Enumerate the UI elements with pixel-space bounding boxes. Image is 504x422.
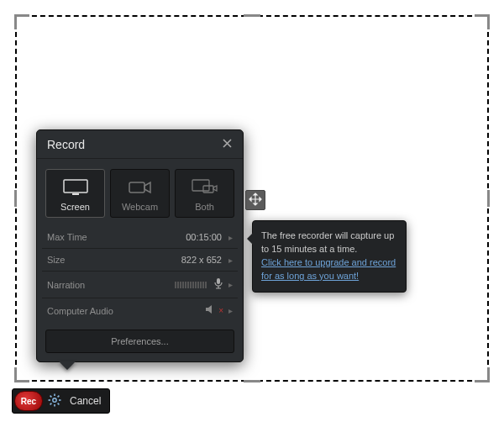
chevron-right-icon: ▸ xyxy=(228,306,233,315)
chevron-right-icon: ▸ xyxy=(228,280,233,289)
resize-handle-tl[interactable] xyxy=(14,14,29,29)
panel-pointer xyxy=(59,361,76,370)
preferences-button[interactable]: Preferences... xyxy=(45,330,234,353)
mode-both-label: Both xyxy=(195,202,214,212)
cancel-label: Cancel xyxy=(70,395,101,407)
compaudio-label: Computer Audio xyxy=(47,306,205,316)
upgrade-link[interactable]: Click here to upgrade and record for as … xyxy=(261,257,396,281)
svg-point-6 xyxy=(53,398,56,401)
resize-handle-tr[interactable] xyxy=(475,14,490,29)
resize-handle-right[interactable] xyxy=(487,190,490,207)
size-label: Size xyxy=(47,255,181,265)
row-maxtime[interactable]: Max Time 00:15:00 ▸ xyxy=(42,226,238,248)
svg-line-13 xyxy=(58,395,60,397)
preferences-label: Preferences... xyxy=(111,336,168,346)
resize-handle-top[interactable] xyxy=(244,14,260,17)
cancel-button[interactable]: Cancel xyxy=(66,393,104,409)
svg-line-14 xyxy=(50,403,52,404)
maxtime-tooltip: The free recorder will capture up to 15 … xyxy=(252,220,407,293)
row-size[interactable]: Size 822 x 652 ▸ xyxy=(42,248,238,271)
volume-meter xyxy=(175,282,207,288)
close-icon[interactable] xyxy=(222,137,233,151)
panel-title: Record xyxy=(47,138,85,151)
muted-indicator: × xyxy=(218,306,223,315)
record-panel: Record Screen Webcam Both Max Time xyxy=(36,129,244,362)
row-narration[interactable]: Narration ▸ xyxy=(42,271,238,298)
resize-handle-bl[interactable] xyxy=(14,367,29,382)
tooltip-text: The free recorder will capture up to 15 … xyxy=(261,230,394,254)
move-icon xyxy=(249,193,262,208)
svg-line-12 xyxy=(58,403,60,404)
monitor-icon xyxy=(63,178,88,197)
chevron-right-icon: ▸ xyxy=(228,256,233,265)
mode-both[interactable]: Both xyxy=(175,169,234,218)
row-computer-audio[interactable]: Computer Audio × ▸ xyxy=(42,298,238,323)
svg-rect-4 xyxy=(203,186,213,193)
settings-rows: Max Time 00:15:00 ▸ Size 822 x 652 ▸ Nar… xyxy=(37,226,243,330)
resize-handle-bottom[interactable] xyxy=(244,380,260,382)
svg-rect-5 xyxy=(217,278,220,284)
narration-label: Narration xyxy=(47,280,175,290)
webcam-icon xyxy=(129,178,152,197)
both-icon xyxy=(192,178,218,197)
resize-handle-br[interactable] xyxy=(475,367,490,382)
mode-webcam-label: Webcam xyxy=(122,202,158,212)
svg-line-11 xyxy=(50,395,52,397)
maxtime-label: Max Time xyxy=(47,232,186,242)
chevron-right-icon: ▸ xyxy=(228,233,233,242)
resize-handle-left[interactable] xyxy=(14,190,17,207)
svg-rect-2 xyxy=(129,182,144,193)
mode-row: Screen Webcam Both xyxy=(37,159,243,226)
svg-rect-0 xyxy=(64,180,87,193)
microphone-icon xyxy=(213,277,223,292)
speaker-icon xyxy=(205,304,217,317)
svg-rect-1 xyxy=(72,193,79,195)
record-button[interactable]: Rec xyxy=(14,391,43,411)
move-handle[interactable] xyxy=(245,190,265,210)
size-value: 822 x 652 xyxy=(181,255,222,265)
mode-screen-label: Screen xyxy=(60,202,90,212)
gear-icon[interactable] xyxy=(48,393,61,409)
mode-screen[interactable]: Screen xyxy=(45,169,105,218)
panel-header: Record xyxy=(37,130,243,159)
maxtime-value: 00:15:00 xyxy=(186,232,222,242)
record-label: Rec xyxy=(21,397,36,406)
tooltip-pointer xyxy=(247,233,253,245)
mode-webcam[interactable]: Webcam xyxy=(110,169,170,218)
bottom-toolbar: Rec Cancel xyxy=(12,388,110,414)
